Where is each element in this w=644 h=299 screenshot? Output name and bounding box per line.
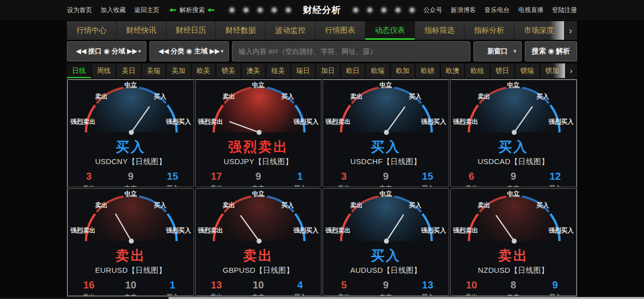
symbol-tab-label: 日线 bbox=[72, 66, 86, 76]
gauge-pair-label: USDCHF【日线图】 bbox=[323, 157, 449, 167]
count-col-neutral: 9中立 bbox=[110, 171, 151, 187]
gauge-scale-label-strong_buy: 强烈买入 bbox=[548, 227, 574, 235]
gauge-area: 中立卖出买入强烈卖出强烈买入 bbox=[68, 80, 194, 136]
gauge-scale-label-strong_buy: 强烈买入 bbox=[166, 118, 191, 126]
gauge-needle-hub bbox=[257, 130, 262, 135]
nav-tab-财经日历[interactable]: 财经日历 bbox=[167, 21, 216, 40]
nav-tab-动态仪表[interactable]: 动态仪表 bbox=[365, 21, 415, 40]
interface-dropdown[interactable]: ◀◀ 接口 ◉ 分域 ▶▶ ▼ bbox=[67, 41, 146, 61]
count-label-neutral: 中立 bbox=[237, 293, 279, 296]
horizontal-scrollbar-thumb[interactable] bbox=[169, 297, 644, 299]
count-label-sell: 卖出 bbox=[196, 293, 237, 296]
category-dropdown[interactable]: ◀◀ 分类 ◉ 主域 ▶▶ ▼ bbox=[149, 41, 229, 61]
symbol-tab-镑日[interactable]: 镑日 bbox=[491, 63, 516, 78]
gauge-counts-row: 6卖出9中立12买入 bbox=[451, 171, 577, 187]
nav-tab-财经快讯[interactable]: 财经快讯 bbox=[117, 21, 167, 40]
search-input[interactable] bbox=[232, 41, 470, 61]
search-button[interactable]: 搜索 ◉ 解析 bbox=[525, 41, 577, 61]
symbol-tab-欧日[interactable]: 欧日 bbox=[341, 63, 366, 78]
gauge-scale-label-strong_sell: 强烈卖出 bbox=[453, 118, 478, 126]
symbol-tab-镑加[interactable]: 镑加 bbox=[540, 63, 566, 78]
gauge-panel-USDCAD: 中立卖出买入强烈卖出强烈买入买入USDCAD【日线图】6卖出9中立12买入 bbox=[450, 80, 577, 187]
gauge-panel-GBPUSD: 中立卖出买入强烈卖出强烈买入卖出GBPUSD【日线图】13卖出10中立4买入 bbox=[195, 188, 322, 296]
symbol-tab-镑美[interactable]: 镑美 bbox=[216, 63, 242, 78]
symbol-tab-澳美[interactable]: 澳美 bbox=[242, 63, 267, 78]
nav-tab-label: 波动监控 bbox=[275, 26, 305, 35]
top-right-link-0[interactable]: 公众号 bbox=[424, 6, 443, 15]
symbol-tab-加日[interactable]: 加日 bbox=[316, 63, 341, 78]
symbol-tab-美瑞[interactable]: 美瑞 bbox=[142, 63, 167, 78]
nav-tab-行情图表[interactable]: 行情图表 bbox=[315, 21, 365, 40]
subtabs-scroll-right-button[interactable]: › bbox=[565, 63, 577, 78]
count-col-buy: 15买入 bbox=[407, 171, 448, 187]
count-value-neutral: 9 bbox=[237, 171, 279, 182]
title-area: 财经分析 bbox=[229, 0, 415, 20]
count-value-buy: 12 bbox=[534, 171, 576, 182]
gauge-scale-label-buy: 买入 bbox=[409, 201, 422, 210]
gauge-scale-label-strong_sell: 强烈卖出 bbox=[326, 227, 351, 235]
symbol-tab-欧瑞[interactable]: 欧瑞 bbox=[366, 63, 391, 78]
gauge-area: 中立卖出买入强烈卖出强烈买入 bbox=[196, 80, 321, 136]
count-label-neutral: 中立 bbox=[365, 184, 407, 187]
nav-tab-财经数据[interactable]: 财经数据 bbox=[216, 21, 266, 40]
gauge-needle-hub bbox=[512, 239, 517, 244]
count-label-sell: 卖出 bbox=[196, 184, 237, 187]
count-col-sell: 13卖出 bbox=[196, 279, 237, 296]
nav-tab-波动监控[interactable]: 波动监控 bbox=[266, 21, 315, 40]
nav-tab-label: 指标分析 bbox=[474, 26, 504, 35]
symbol-tab-纽美[interactable]: 纽美 bbox=[266, 63, 291, 78]
nav-scroll-right-button[interactable]: › bbox=[564, 21, 577, 40]
symbol-tab-镑瑞[interactable]: 镑瑞 bbox=[515, 63, 540, 78]
nav-tab-label: 行情图表 bbox=[325, 26, 355, 35]
symbol-tab-欧纽[interactable]: 欧纽 bbox=[465, 63, 491, 78]
gauge-verdict: 卖出 bbox=[451, 247, 577, 264]
gauge-scale-label-neutral: 中立 bbox=[124, 81, 137, 90]
top-right-link-1[interactable]: 新浪博客 bbox=[451, 6, 476, 15]
gauge-needle-hub bbox=[257, 239, 262, 244]
symbol-tab-日线[interactable]: 日线 bbox=[67, 63, 92, 78]
finance-analysis-page: 设为首页加入收藏返回主页解析搜索 财经分析 公众号新浪博客音乐电台电视直播登陆注… bbox=[0, 0, 644, 299]
symbol-tab-美日[interactable]: 美日 bbox=[117, 63, 142, 78]
gauge-pair-label: NZDUSD【日线图】 bbox=[451, 266, 577, 275]
nav-tab-行情中心[interactable]: 行情中心 bbox=[67, 21, 117, 40]
chevron-down-icon: ▼ bbox=[220, 49, 224, 54]
parse-search-link[interactable]: 解析搜索 bbox=[180, 6, 205, 15]
top-right-link-3[interactable]: 电视直播 bbox=[518, 6, 543, 15]
top-link-0[interactable]: 设为首页 bbox=[67, 6, 92, 15]
page-title: 财经分析 bbox=[303, 4, 341, 16]
nav-tab-label: 行情中心 bbox=[76, 26, 107, 35]
symbol-tab-欧澳[interactable]: 欧澳 bbox=[441, 63, 466, 78]
window-target-dropdown[interactable]: 新窗口 ▼ bbox=[473, 41, 522, 61]
gauge-scale-label-sell: 卖出 bbox=[222, 201, 235, 210]
symbol-tab-美加[interactable]: 美加 bbox=[167, 63, 192, 78]
symbol-tab-label: 镑加 bbox=[545, 66, 559, 76]
top-link-1[interactable]: 加入收藏 bbox=[101, 6, 126, 15]
symbol-tab-瑞日[interactable]: 瑞日 bbox=[291, 63, 316, 78]
horizontal-scrollbar bbox=[0, 297, 644, 299]
nav-tab-指标筛选[interactable]: 指标筛选 bbox=[415, 21, 465, 40]
count-value-sell: 13 bbox=[196, 279, 237, 291]
symbol-tab-label: 欧磅 bbox=[421, 66, 434, 76]
nav-tab-label: 动态仪表 bbox=[375, 26, 405, 35]
gauge-counts-row: 3卖出9中立15买入 bbox=[323, 171, 449, 187]
symbol-tab-周线[interactable]: 周线 bbox=[92, 63, 117, 78]
symbol-tab-欧美[interactable]: 欧美 bbox=[192, 63, 217, 78]
count-value-neutral: 9 bbox=[110, 171, 151, 182]
count-value-sell: 16 bbox=[68, 279, 110, 291]
symbol-tab-欧磅[interactable]: 欧磅 bbox=[416, 63, 441, 78]
top-right-link-4[interactable]: 登陆注册 bbox=[552, 6, 577, 15]
nav-tab-市场深度[interactable]: 市场深度 bbox=[514, 21, 564, 40]
nav-tab-指标分析[interactable]: 指标分析 bbox=[464, 21, 514, 40]
gauge-scale-label-strong_sell: 强烈卖出 bbox=[198, 118, 223, 126]
count-value-buy: 13 bbox=[407, 279, 448, 291]
gauge-verdict: 强烈卖出 bbox=[196, 138, 321, 156]
top-link-2[interactable]: 返回主页 bbox=[134, 6, 159, 15]
symbol-tab-欧加[interactable]: 欧加 bbox=[391, 63, 416, 78]
count-value-neutral: 9 bbox=[493, 171, 534, 182]
symbol-tab-label: 纽美 bbox=[271, 66, 285, 76]
gauge-scale-label-strong_buy: 强烈买入 bbox=[421, 118, 446, 126]
symbol-tab-label: 欧澳 bbox=[446, 66, 459, 76]
top-right-link-2[interactable]: 音乐电台 bbox=[485, 6, 510, 15]
gauge-area: 中立卖出买入强烈卖出强烈买入 bbox=[323, 189, 449, 245]
blurred-icons-right bbox=[353, 8, 415, 13]
